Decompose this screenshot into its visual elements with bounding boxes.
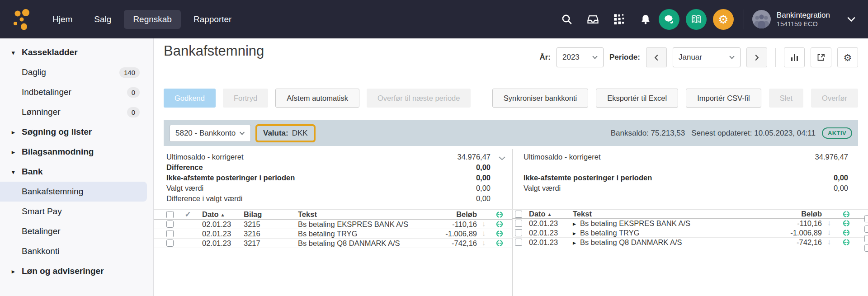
sidebar-item-label: Kassekladder [22, 47, 78, 57]
period-controls: År: 2023 Periode: Januar [539, 47, 858, 67]
chevron-down-icon[interactable] [847, 17, 855, 22]
sidebar-section-kassekladder[interactable]: ▾ Kassekladder [0, 42, 153, 62]
chart-view-button[interactable] [784, 47, 805, 67]
table-row: 02.01.23 ▸Bs betaling EKSPRES BANK A/S -… [512, 219, 868, 228]
afstem-automatisk-button[interactable]: Afstem automatisk [275, 89, 359, 108]
link-entry-icon[interactable] [836, 238, 856, 246]
row-checkbox[interactable] [166, 240, 174, 247]
open-book-icon [690, 14, 702, 24]
select-all-checkbox[interactable] [166, 211, 174, 218]
sidebar-item-smart-pay[interactable]: Smart Pay [0, 202, 153, 221]
chevron-right-icon: ▸ [12, 149, 15, 155]
notifications-bell-icon[interactable] [639, 13, 652, 26]
economic-logo[interactable] [12, 9, 33, 30]
count-badge: 0 [127, 87, 140, 98]
select-all-checkbox[interactable] [515, 211, 522, 218]
move-down-icon[interactable]: ↓ [822, 219, 836, 228]
link-entry-icon[interactable] [836, 229, 856, 237]
move-down-icon[interactable]: ↓ [477, 229, 491, 238]
help-book-button[interactable] [686, 9, 707, 30]
settings-button[interactable]: ⚙ [837, 47, 858, 67]
inbox-icon[interactable] [586, 13, 600, 26]
column-dato[interactable]: Dato▴ [202, 210, 244, 219]
next-period-button[interactable] [746, 47, 767, 67]
sidebar-item-label: Bankkonti [22, 246, 59, 256]
godkend-button[interactable]: Godkend [164, 89, 216, 108]
move-down-icon[interactable]: ↓ [477, 220, 491, 229]
sidebar-item-label: Lønninger [22, 107, 61, 117]
expand-row-icon[interactable]: ▸ [573, 230, 576, 237]
settings-gear-button[interactable]: ⚙ [713, 9, 734, 30]
sidebar-section-bank[interactable]: ▾ Bank [0, 162, 153, 182]
chat-support-button[interactable] [659, 9, 679, 30]
sidebar-item-indbetalinger[interactable]: Indbetalinger 0 [0, 82, 153, 102]
expand-row-icon[interactable]: ▸ [573, 239, 576, 246]
open-external-button[interactable] [811, 47, 831, 67]
sidebar-item-daglig[interactable]: Daglig 140 [0, 62, 153, 82]
column-belob[interactable]: Beløb [768, 210, 822, 218]
nav-tab-salg[interactable]: Salg [85, 10, 120, 29]
count-badge: 140 [119, 67, 140, 78]
sidebar-item-bankafstemning[interactable]: Bankafstemning [0, 182, 147, 202]
year-select[interactable]: 2023 [557, 47, 604, 67]
sidebar-item-bankkonti[interactable]: Bankkonti [0, 241, 153, 261]
link-entry-icon[interactable] [491, 220, 509, 228]
nav-tab-regnskab[interactable]: Regnskab [124, 10, 181, 29]
synkroniser-bankkonti-button[interactable]: Synkroniser bankkonti [492, 89, 588, 108]
sidebar-section-lon-og-adviseringer[interactable]: ▸ Løn og adviseringer [0, 261, 153, 281]
sidebar-item-label: Bankafstemning [22, 187, 83, 197]
sidebar-item-label: Betalinger [22, 226, 61, 236]
importer-csv-button[interactable]: Importér CSV-fil [686, 89, 761, 108]
gear-icon: ⚙ [844, 53, 852, 62]
bank-account-select[interactable]: 5820 - Bankkonto [170, 125, 251, 142]
bank-balance: Banksaldo: 75.213,53 [611, 129, 685, 138]
nav-tab-hjem[interactable]: Hjem [43, 10, 81, 29]
external-link-icon [816, 53, 826, 62]
period-select[interactable]: Januar [673, 47, 741, 67]
row-checkbox[interactable] [166, 221, 174, 228]
column-tekst[interactable]: Tekst [298, 210, 427, 219]
apps-grid-icon[interactable] [613, 13, 626, 26]
link-entry-icon[interactable] [491, 239, 509, 247]
move-down-icon[interactable]: ↓ [822, 238, 836, 247]
overfor-naeste-periode-button[interactable]: Overfør til næste periode [367, 89, 471, 108]
column-tekst[interactable]: Tekst [573, 210, 768, 218]
link-entry-icon[interactable] [836, 219, 856, 227]
chevron-down-icon [239, 132, 245, 135]
bankafstemning-page: Hjem Salg Regnskab Rapporter [0, 0, 868, 296]
search-icon[interactable] [560, 13, 574, 26]
link-entry-icon[interactable] [491, 230, 509, 238]
summary-expand-chevron-icon[interactable] [499, 154, 505, 162]
summary-row-spacer [524, 162, 848, 173]
currency-highlight: Valuta: DKK [255, 124, 316, 142]
table-row: 02.01.23 ▸Bs betaling Q8 DANMARK A/S -74… [512, 238, 868, 247]
fortryd-button[interactable]: Fortryd [223, 89, 268, 108]
column-belob[interactable]: Beløb [427, 210, 477, 219]
overfor-button[interactable]: Overfør [811, 89, 858, 108]
previous-period-button[interactable] [646, 47, 667, 67]
user-menu[interactable]: Bankintegration 1541159 ECO [752, 10, 830, 28]
eksporter-excel-button[interactable]: Eksportér til Excel [596, 89, 678, 108]
navbar-right: ⚙ Bankintegration 1541159 ECO [547, 9, 855, 30]
sidebar-item-betalinger[interactable]: Betalinger [0, 221, 153, 241]
sidebar-item-label: Smart Pay [22, 207, 62, 216]
bank-summary-panel: Ultimosaldo - korrigeret 34.976,47 Ikke-… [524, 152, 848, 193]
column-dato[interactable]: Dato▴ [529, 210, 566, 218]
row-checkbox[interactable] [515, 239, 522, 246]
nav-tab-rapporter[interactable]: Rapporter [184, 10, 241, 29]
row-checkbox[interactable] [166, 230, 174, 237]
expand-row-icon[interactable]: ▸ [573, 220, 576, 227]
sidebar-section-bilagsanmodning[interactable]: ▸ Bilagsanmodning [0, 142, 153, 162]
row-checkbox[interactable] [515, 220, 522, 227]
sidebar-section-sogning-og-lister[interactable]: ▸ Søgning og lister [0, 122, 153, 142]
bank-status-info: Banksaldo: 75.213,53 Senest opdateret: 1… [611, 127, 852, 139]
slet-button[interactable]: Slet [769, 89, 803, 108]
row-checkbox[interactable] [515, 229, 522, 236]
move-down-icon[interactable]: ↓ [822, 228, 836, 237]
move-down-icon[interactable]: ↓ [477, 239, 491, 248]
sort-asc-icon: ▴ [548, 211, 551, 217]
table-row: 02.01.23 3217 Bs betaling Q8 DANMARK A/S… [154, 239, 512, 248]
column-bilag[interactable]: Bilag [244, 210, 298, 219]
sidebar-item-lonninger[interactable]: Lønninger 0 [0, 102, 153, 122]
chevron-left-icon [654, 54, 659, 61]
